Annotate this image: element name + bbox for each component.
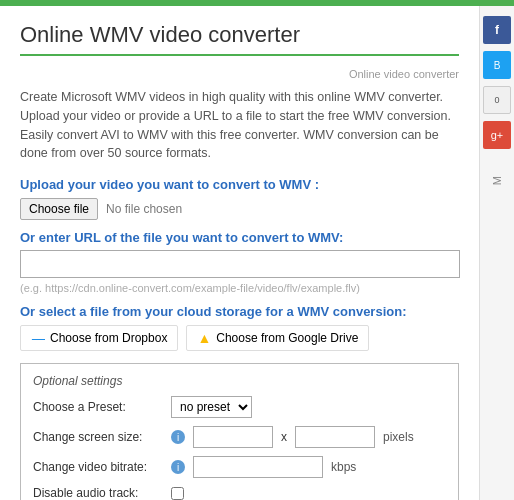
preset-row: Choose a Preset: no preset [33,396,446,418]
preset-select[interactable]: no preset [171,396,252,418]
twitter-share-button[interactable]: B [483,51,511,79]
share-count: 0 [483,86,511,114]
url-input[interactable] [20,250,460,278]
dropbox-label: Choose from Dropbox [50,331,167,345]
file-upload-row: Choose file No file chosen [20,198,459,220]
main-layout: Online WMV video converter Online video … [0,6,514,500]
disable-audio-row: Disable audio track: [33,486,446,500]
sidebar: f B 0 g+ M [480,6,514,500]
url-example: (e.g. https://cdn.online-convert.com/exa… [20,282,459,294]
no-file-text: No file chosen [106,202,182,216]
x-separator: x [281,430,287,444]
dropbox-icon: ⸻ [31,330,45,346]
screen-size-info-icon[interactable]: i [171,430,185,444]
gdrive-label: Choose from Google Drive [216,331,358,345]
page-title: Online WMV video converter [20,22,459,48]
height-input[interactable] [295,426,375,448]
converter-label: Online video converter [20,68,459,80]
gdrive-icon: ▲ [197,330,211,346]
gplus-share-button[interactable]: g+ [483,121,511,149]
bitrate-label: Change video bitrate: [33,460,163,474]
url-label: Or enter URL of the file you want to con… [20,230,459,245]
cloud-buttons: ⸻ Choose from Dropbox ▲ Choose from Goog… [20,325,459,351]
screen-size-row: Change screen size: i x pixels [33,426,446,448]
screen-size-label: Change screen size: [33,430,163,444]
upload-label: Upload your video you want to convert to… [20,177,459,192]
preset-label: Choose a Preset: [33,400,163,414]
cloud-label: Or select a file from your cloud storage… [20,304,459,319]
width-input[interactable] [193,426,273,448]
bitrate-info-icon[interactable]: i [171,460,185,474]
disable-audio-checkbox[interactable] [171,487,184,500]
pixels-label: pixels [383,430,414,444]
disable-audio-label: Disable audio track: [33,486,163,500]
optional-settings-panel: Optional settings Choose a Preset: no pr… [20,363,459,500]
sidebar-share-label: M [491,176,503,185]
dropbox-button[interactable]: ⸻ Choose from Dropbox [20,325,178,351]
kbps-label: kbps [331,460,356,474]
optional-legend: Optional settings [33,374,446,388]
title-underline [20,54,459,56]
choose-file-button[interactable]: Choose file [20,198,98,220]
facebook-share-button[interactable]: f [483,16,511,44]
bitrate-input[interactable] [193,456,323,478]
bitrate-row: Change video bitrate: i kbps [33,456,446,478]
description-text: Create Microsoft WMV videos in high qual… [20,88,459,163]
gdrive-button[interactable]: ▲ Choose from Google Drive [186,325,369,351]
content-area: Online WMV video converter Online video … [0,6,480,500]
